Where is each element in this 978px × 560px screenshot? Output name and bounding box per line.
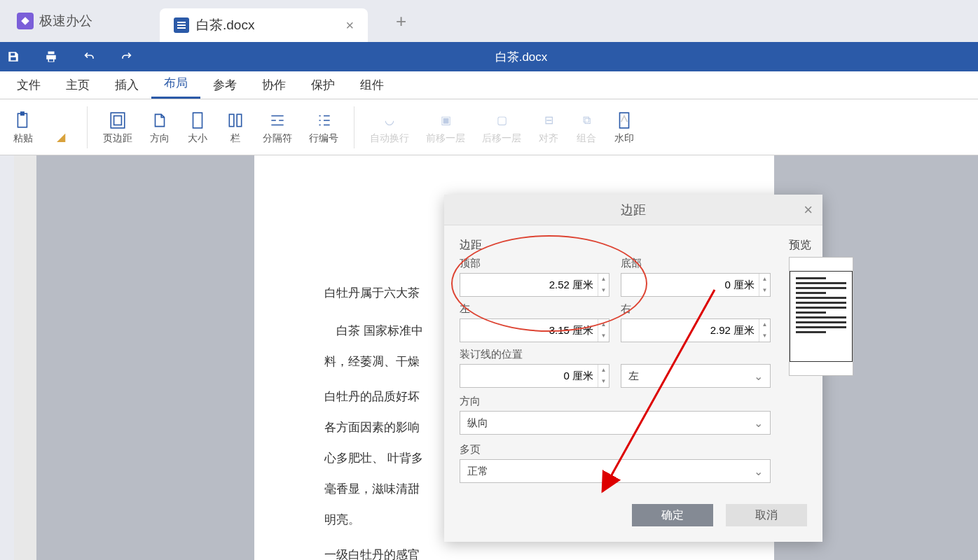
close-tab-icon[interactable]: × [345,18,354,34]
right-margin-input[interactable]: ▲▼ [621,318,771,342]
group-icon: ⧉ [576,110,597,131]
left-margin-input[interactable]: ▲▼ [460,318,609,342]
app-tab[interactable]: 极速办公 [6,8,104,34]
top-label: 顶部 [460,257,609,270]
vertical-ruler [14,155,36,560]
cancel-button[interactable]: 取消 [726,504,807,526]
app-icon [17,13,34,29]
spin-up-icon[interactable]: ▲ [598,274,609,285]
orientation-icon [149,110,170,131]
title-bar: 白茶.docx [0,42,978,71]
svg-rect-4 [193,113,202,128]
gutter-position-select[interactable]: 左 [621,364,771,388]
top-margin-input[interactable]: ▲▼ [460,273,609,297]
spin-down-icon[interactable]: ▼ [759,285,770,296]
menu-file[interactable]: 文件 [4,71,53,99]
margins-icon [107,110,128,131]
spin-down-icon[interactable]: ▼ [759,330,770,342]
preview-label: 预览 [789,238,853,253]
left-label: 左 [460,302,609,316]
paste-button[interactable]: 粘贴 [7,110,39,145]
paste-icon [13,110,34,131]
menu-protect[interactable]: 保护 [298,71,347,99]
ribbon: 粘贴 ◢ 页边距 方向 大小 栏 分隔符 行编号 ◡ 自动换行 ▣ 前移一层 ▢… [0,99,978,155]
window-title: 白茶.docx [135,49,978,65]
save-icon[interactable] [6,49,21,64]
spin-up-icon[interactable]: ▲ [759,319,770,330]
menu-layout[interactable]: 布局 [151,69,200,99]
orientation-select[interactable]: 纵向 [460,411,771,435]
svg-rect-5 [229,114,234,126]
columns-icon [225,110,246,131]
line-numbers-button[interactable]: 行编号 [303,110,344,145]
format-painter-button[interactable]: ◢ [45,107,77,148]
doc-paragraph: 一级白牡丹的感官 [324,543,704,560]
menu-references[interactable]: 参考 [200,71,249,99]
menu-collaborate[interactable]: 协作 [249,71,298,99]
send-backward-button: ▢ 后移一层 [476,110,527,145]
size-icon [187,110,208,131]
breaks-icon [267,110,288,131]
document-tab-label: 白茶.docx [196,16,254,34]
spin-down-icon[interactable]: ▼ [598,330,609,342]
align-button: ⊟ 对齐 [532,110,565,145]
breaks-button[interactable]: 分隔符 [257,110,298,145]
wrap-icon: ◡ [379,110,400,131]
svg-rect-1 [21,112,24,115]
backward-icon: ▢ [491,110,512,131]
add-tab-icon[interactable]: + [396,10,406,32]
size-button[interactable]: 大小 [181,110,214,145]
svg-rect-3 [114,115,122,125]
bottom-label: 底部 [621,257,771,270]
spin-up-icon[interactable]: ▲ [598,319,609,330]
window-tab-bar: 极速办公 白茶.docx × + [0,0,978,42]
spin-down-icon[interactable]: ▼ [598,376,609,387]
margins-button[interactable]: 页边距 [97,110,138,145]
group-button: ⧉ 组合 [570,110,602,145]
quick-access-toolbar [0,49,135,64]
ok-button[interactable]: 确定 [632,504,713,526]
right-label: 右 [621,302,771,316]
spin-up-icon[interactable]: ▲ [598,365,609,376]
multipage-label: 多页 [460,443,771,456]
watermark-icon [614,110,635,131]
bring-forward-button: ▣ 前移一层 [420,110,471,145]
bottom-margin-input[interactable]: ▲▼ [621,273,771,297]
auto-wrap-button: ◡ 自动换行 [364,110,415,145]
margins-section-label: 边距 [460,238,771,253]
brush-icon: ◢ [50,127,71,148]
document-tab[interactable]: 白茶.docx × [160,8,368,42]
multipage-select[interactable]: 正常 [460,459,771,483]
orientation-button[interactable]: 方向 [144,110,176,145]
watermark-button[interactable]: 水印 [608,110,640,145]
svg-rect-6 [237,114,242,126]
margins-dialog: 边距 × 边距 顶部 ▲▼ 底部 ▲▼ [444,195,822,542]
dialog-title-bar[interactable]: 边距 × [444,195,822,225]
margins-preview [789,257,853,376]
svg-rect-2 [111,113,125,128]
orientation-label: 方向 [460,395,771,408]
spin-up-icon[interactable]: ▲ [759,274,770,285]
menu-insert[interactable]: 插入 [102,71,151,99]
line-numbers-icon [313,110,334,131]
dialog-title: 边距 [621,202,646,218]
columns-button[interactable]: 栏 [219,110,252,145]
print-icon[interactable] [43,49,59,64]
menu-home[interactable]: 主页 [53,71,102,99]
forward-icon: ▣ [435,110,456,131]
spin-down-icon[interactable]: ▼ [598,285,609,296]
document-icon [174,18,189,33]
app-name: 极速办公 [39,12,92,30]
gutter-size-input[interactable]: ▲▼ [460,364,609,388]
undo-icon[interactable] [81,49,97,64]
dialog-close-icon[interactable]: × [804,201,813,219]
menu-bar: 文件 主页 插入 布局 参考 协作 保护 组件 [0,71,978,99]
gutter-label: 装订线的位置 [460,348,771,361]
align-icon: ⊟ [538,110,559,131]
redo-icon[interactable] [119,49,135,64]
menu-components[interactable]: 组件 [347,71,397,99]
